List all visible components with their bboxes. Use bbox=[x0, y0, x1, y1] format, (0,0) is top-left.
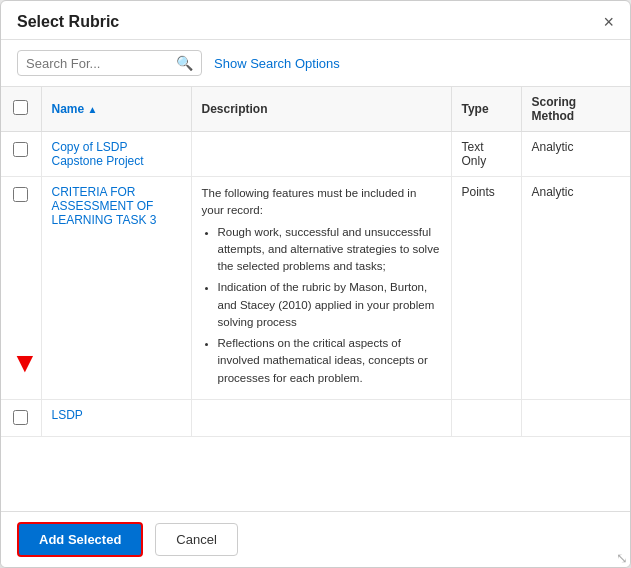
cancel-button[interactable]: Cancel bbox=[155, 523, 237, 556]
desc-intro: The following features must be included … bbox=[202, 187, 417, 216]
row-scoring-cell bbox=[521, 399, 630, 436]
row-type-cell: Points bbox=[451, 177, 521, 400]
row-checkbox[interactable] bbox=[13, 142, 28, 157]
desc-bullets: Rough work, successful and unsuccessful … bbox=[218, 224, 441, 387]
rubric-name-link[interactable]: LSDP bbox=[52, 408, 83, 422]
select-rubric-modal: Select Rubric × 🔍 Show Search Options ▼ … bbox=[0, 0, 631, 568]
row-name-cell: LSDP bbox=[41, 399, 191, 436]
table-header-row: Name ▲ Description Type Scoring Method bbox=[1, 87, 630, 132]
search-bar: 🔍 Show Search Options bbox=[1, 40, 630, 87]
header-name[interactable]: Name ▲ bbox=[41, 87, 191, 132]
row-type-cell bbox=[451, 399, 521, 436]
row-checkbox-cell bbox=[1, 177, 41, 400]
select-all-checkbox[interactable] bbox=[13, 100, 28, 115]
header-description: Description bbox=[191, 87, 451, 132]
row-checkbox-cell bbox=[1, 399, 41, 436]
row-desc-text: The following features must be included … bbox=[202, 185, 441, 387]
show-search-options-link[interactable]: Show Search Options bbox=[214, 56, 340, 71]
resize-handle: ⤡ bbox=[616, 551, 628, 565]
search-input[interactable] bbox=[26, 56, 172, 71]
row-scoring-cell: Analytic bbox=[521, 132, 630, 177]
header-type-label: Type bbox=[462, 102, 489, 116]
modal-title: Select Rubric bbox=[17, 13, 119, 31]
row-desc-cell bbox=[191, 132, 451, 177]
row-type-cell: Text Only bbox=[451, 132, 521, 177]
header-scoring: Scoring Method bbox=[521, 87, 630, 132]
desc-bullet-3: Reflections on the critical aspects of i… bbox=[218, 335, 441, 387]
desc-bullet-1: Rough work, successful and unsuccessful … bbox=[218, 224, 441, 276]
row-checkbox[interactable] bbox=[13, 187, 28, 202]
row-name-cell: Copy of LSDP Capstone Project bbox=[41, 132, 191, 177]
table-container: ▼ Name ▲ Description Type bbox=[1, 87, 630, 511]
rubric-table: Name ▲ Description Type Scoring Method bbox=[1, 87, 630, 437]
close-button[interactable]: × bbox=[603, 13, 614, 31]
row-desc-cell bbox=[191, 399, 451, 436]
table-row: Copy of LSDP Capstone Project Text Only … bbox=[1, 132, 630, 177]
search-icon: 🔍 bbox=[176, 55, 193, 71]
rubric-name-link[interactable]: Copy of LSDP Capstone Project bbox=[52, 140, 144, 168]
header-scoring-label: Scoring Method bbox=[532, 95, 577, 123]
header-name-label: Name ▲ bbox=[52, 102, 98, 116]
header-type: Type bbox=[451, 87, 521, 132]
row-scoring-cell: Analytic bbox=[521, 177, 630, 400]
table-row: CRITERIA FOR ASSESSMENT OF LEARNING TASK… bbox=[1, 177, 630, 400]
desc-bullet-2: Indication of the rubric by Mason, Burto… bbox=[218, 279, 441, 331]
modal-footer: Add Selected Cancel bbox=[1, 511, 630, 567]
row-checkbox-cell bbox=[1, 132, 41, 177]
row-desc-cell: The following features must be included … bbox=[191, 177, 451, 400]
search-input-wrap: 🔍 bbox=[17, 50, 202, 76]
row-name-cell: CRITERIA FOR ASSESSMENT OF LEARNING TASK… bbox=[41, 177, 191, 400]
header-checkbox-cell bbox=[1, 87, 41, 132]
modal-header: Select Rubric × bbox=[1, 1, 630, 40]
row-checkbox[interactable] bbox=[13, 410, 28, 425]
header-description-label: Description bbox=[202, 102, 268, 116]
rubric-name-link[interactable]: CRITERIA FOR ASSESSMENT OF LEARNING TASK… bbox=[52, 185, 157, 227]
table-row: LSDP bbox=[1, 399, 630, 436]
add-selected-button[interactable]: Add Selected bbox=[17, 522, 143, 557]
